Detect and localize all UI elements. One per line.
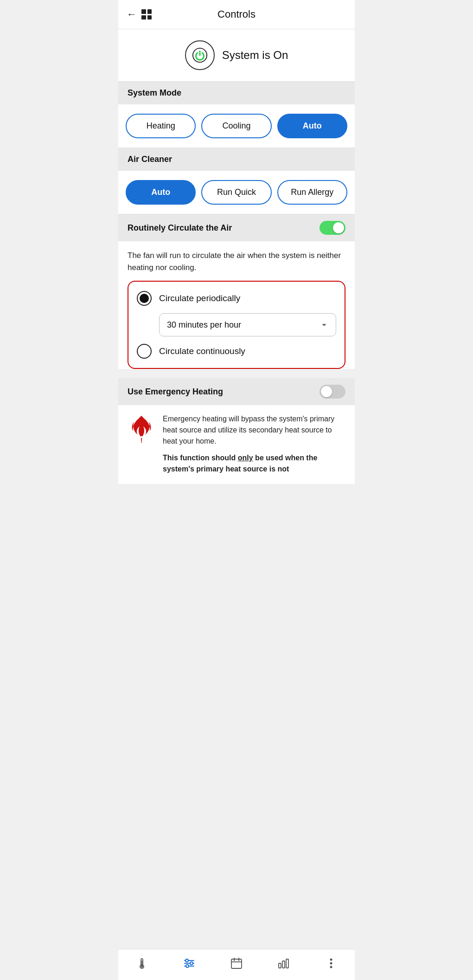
circulate-content: The fan will run to circulate the air wh…: [118, 241, 355, 369]
emergency-content: ! Emergency heating will bypass the syst…: [118, 405, 355, 484]
mode-button-cooling[interactable]: Cooling: [201, 114, 271, 138]
circulate-periodically-row: Circulate periodically: [137, 291, 336, 306]
header-left: ←: [127, 8, 152, 20]
air-button-run-allergy[interactable]: Run Allergy: [277, 180, 347, 205]
header: ← Controls: [118, 0, 355, 29]
system-mode-buttons: Heating Cooling Auto: [118, 104, 355, 148]
grid-icon[interactable]: [141, 9, 152, 19]
air-button-auto[interactable]: Auto: [126, 180, 196, 205]
mode-button-auto[interactable]: Auto: [277, 114, 347, 138]
circulate-description: The fan will run to circulate the air wh…: [128, 250, 345, 273]
system-status: System is On: [222, 49, 288, 62]
radio-continuously-label: Circulate continuously: [159, 346, 245, 356]
system-mode-label: System Mode: [128, 88, 181, 98]
circulate-continuously-row: Circulate continuously: [137, 344, 336, 359]
system-mode-header: System Mode: [118, 82, 355, 104]
air-cleaner-label: Air Cleaner: [128, 155, 172, 164]
emergency-warning: This function should only be used when t…: [163, 454, 317, 473]
air-cleaner-buttons: Auto Run Quick Run Allergy: [118, 171, 355, 214]
circulate-options-box: Circulate periodically 15 minutes per ho…: [128, 281, 345, 369]
minutes-dropdown[interactable]: 15 minutes per hour 20 minutes per hour …: [159, 313, 336, 336]
circulate-header: Routinely Circulate the Air: [118, 214, 355, 241]
back-button[interactable]: ←: [127, 8, 137, 20]
radio-continuously[interactable]: [137, 344, 152, 359]
air-cleaner-header: Air Cleaner: [118, 148, 355, 171]
radio-periodically-label: Circulate periodically: [159, 293, 240, 303]
fire-icon: !: [128, 413, 155, 452]
circulate-label: Routinely Circulate the Air: [128, 223, 232, 233]
emergency-text: Emergency heating will bypass the system…: [163, 413, 345, 475]
emergency-header: Use Emergency Heating: [118, 378, 355, 405]
power-button[interactable]: [185, 40, 215, 70]
page-title: Controls: [217, 8, 256, 20]
emergency-label: Use Emergency Heating: [128, 387, 223, 397]
system-on-row: System is On: [118, 29, 355, 82]
circulate-toggle[interactable]: [320, 221, 345, 235]
radio-periodically[interactable]: [137, 291, 152, 306]
emergency-toggle[interactable]: [320, 385, 345, 399]
mode-button-heating[interactable]: Heating: [126, 114, 196, 138]
svg-text:!: !: [141, 437, 143, 444]
emergency-description: Emergency heating will bypass the system…: [163, 413, 345, 447]
air-button-run-quick[interactable]: Run Quick: [201, 180, 271, 205]
